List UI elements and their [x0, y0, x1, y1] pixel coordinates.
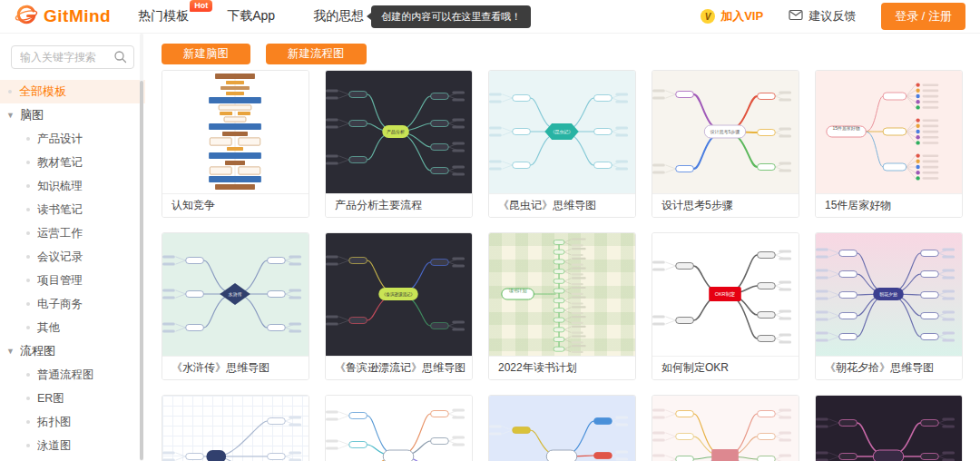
main-nav: 热门模板 Hot 下载App 我的思想 创建的内容可以在这里查看哦！ [138, 5, 531, 28]
create-actions: 新建脑图 新建流程图 [162, 44, 980, 64]
sidebar-item-1-4[interactable]: 类图 [0, 457, 145, 461]
search-icon[interactable] [113, 50, 127, 67]
template-thumbnail [652, 396, 799, 461]
tooltip-arrow-icon [367, 13, 371, 20]
template-thumbnail: 《昆虫记》 [489, 71, 635, 193]
new-flowchart-button[interactable]: 新建流程图 [266, 44, 367, 64]
chevron-down-icon: ▼ [6, 347, 15, 356]
new-mindmap-button[interactable]: 新建脑图 [162, 44, 250, 64]
sidebar-item-0-8[interactable]: 其他 [0, 316, 145, 339]
bullet-dot [26, 420, 30, 424]
template-card-title: 15件居家好物 [816, 193, 962, 217]
template-card[interactable]: 《昆虫记》《昆虫记》思维导图 [488, 70, 636, 218]
bullet-dot [26, 397, 30, 400]
sidebar-item-1-1[interactable]: ER图 [0, 387, 145, 410]
hot-badge: Hot [190, 0, 212, 12]
sidebar-item-0-0[interactable]: 产品设计 [0, 127, 145, 151]
template-thumbnail: 朝花夕拾 [816, 233, 962, 356]
svg-text:水浒传: 水浒传 [229, 291, 242, 298]
sidebar-item-0-4[interactable]: 运营工作 [0, 221, 145, 245]
sidebar-item-0-2[interactable]: 知识梳理 [0, 174, 145, 198]
vip-icon: V [701, 9, 715, 24]
feedback-link[interactable]: 建议反馈 [789, 8, 856, 25]
nav-my-mindmaps[interactable]: 我的思想 [313, 8, 364, 25]
chevron-down-icon: ▼ [6, 111, 15, 120]
login-register-button[interactable]: 登录 / 注册 [881, 3, 965, 30]
search-box [11, 45, 134, 69]
template-card[interactable]: 设计思考5步骤设计思考5步骤 [652, 70, 799, 218]
bullet-dot [26, 302, 30, 306]
template-card-title: 如何制定OKR [652, 356, 799, 379]
sidebar-group-0[interactable]: ▼脑图 [0, 103, 145, 127]
sidebar-item-0-7[interactable]: 电子商务 [0, 292, 145, 316]
bullet-dot [26, 184, 30, 188]
sidebar-scrollbar-thumb[interactable] [140, 81, 143, 460]
gitmind-logo-icon [15, 3, 38, 30]
template-card-title: 《鲁滨逊漂流记》思维导图 [326, 356, 472, 379]
template-card-title: 2022年读书计划 [489, 356, 635, 379]
gitmind-template-page: GitMind 热门模板 Hot 下载App 我的思想 创建的内容可以在这里查看… [0, 0, 980, 461]
template-card-title: 《水浒传》思维导图 [162, 356, 309, 379]
svg-text:朝花夕拾: 朝花夕拾 [879, 291, 897, 298]
template-card[interactable] [325, 395, 473, 461]
template-card[interactable] [815, 395, 963, 461]
bullet-dot [26, 208, 30, 211]
svg-text:《昆虫记》: 《昆虫记》 [551, 129, 573, 135]
template-card[interactable]: 读书计划2022年读书计划 [488, 232, 636, 380]
template-card[interactable]: 《鲁滨逊漂流记》《鲁滨逊漂流记》思维导图 [325, 232, 473, 380]
svg-text:15件居家好物: 15件居家好物 [833, 125, 860, 132]
template-thumbnail: 15件居家好物 [816, 71, 962, 193]
template-thumbnail: 《鲁滨逊漂流记》 [326, 233, 472, 356]
template-card[interactable]: 产品分析产品分析主要流程 [325, 70, 473, 218]
bullet-dot [26, 373, 30, 377]
template-card[interactable]: 认知竞争 [162, 70, 309, 218]
template-card[interactable]: 15件居家好物15件居家好物 [815, 70, 963, 218]
template-thumbnail: 设计思考5步骤 [652, 71, 799, 193]
header: GitMind 热门模板 Hot 下载App 我的思想 创建的内容可以在这里查看… [0, 0, 980, 34]
sidebar-item-all-templates[interactable]: 全部模板 [0, 80, 145, 103]
template-card[interactable] [162, 395, 309, 461]
bullet-dot [26, 444, 30, 447]
sidebar-item-0-6[interactable]: 项目管理 [0, 269, 145, 292]
join-vip-link[interactable]: V 加入VIP [701, 8, 763, 25]
sidebar-item-0-3[interactable]: 读书笔记 [0, 198, 145, 221]
template-card-title: 产品分析主要流程 [326, 193, 472, 217]
svg-text:读书计划: 读书计划 [509, 288, 527, 293]
template-thumbnail: 水浒传 [162, 233, 309, 356]
sidebar-group-1[interactable]: ▼流程图 [0, 339, 145, 363]
bullet-dot [26, 231, 30, 235]
sidebar-item-0-5[interactable]: 会议记录 [0, 245, 145, 269]
template-card[interactable] [652, 395, 799, 461]
template-card[interactable]: 朝花夕拾《朝花夕拾》思维导图 [815, 232, 963, 380]
gitmind-logo[interactable]: GitMind [15, 3, 111, 30]
sidebar-item-1-3[interactable]: 泳道图 [0, 434, 145, 457]
bullet-dot [26, 279, 30, 282]
template-thumbnail: 读书计划 [489, 233, 635, 356]
template-card[interactable] [488, 395, 636, 461]
logo-text: GitMind [44, 6, 111, 26]
template-card-title: 《昆虫记》思维导图 [489, 193, 635, 217]
envelope-icon [789, 9, 803, 24]
header-right: V 加入VIP 建议反馈 登录 / 注册 [701, 3, 965, 30]
template-card-title: 《朝花夕拾》思维导图 [816, 356, 962, 379]
sidebar-item-0-1[interactable]: 教材笔记 [0, 151, 145, 174]
sidebar-item-1-0[interactable]: 普通流程图 [0, 363, 145, 387]
template-grid: 认知竞争产品分析产品分析主要流程《昆虫记》《昆虫记》思维导图设计思考5步骤设计思… [162, 70, 980, 461]
bullet-dot [26, 137, 30, 141]
sidebar: 全部模板▼脑图产品设计教材笔记知识梳理读书笔记运营工作会议记录项目管理电子商务其… [0, 34, 145, 461]
nav-hot-templates[interactable]: 热门模板 Hot [138, 8, 189, 25]
bullet-dot [26, 255, 30, 259]
template-thumbnail [162, 396, 309, 461]
nav-download-app[interactable]: 下载App [227, 8, 275, 25]
category-list: 全部模板▼脑图产品设计教材笔记知识梳理读书笔记运营工作会议记录项目管理电子商务其… [0, 80, 145, 461]
template-thumbnail [489, 396, 635, 461]
template-thumbnail: OKR制定 [652, 233, 799, 356]
svg-text:《鲁滨逊漂流记》: 《鲁滨逊漂流记》 [382, 291, 415, 298]
template-card[interactable]: 水浒传《水浒传》思维导图 [162, 232, 309, 380]
svg-text:OKR制定: OKR制定 [715, 291, 736, 298]
bullet-dot [26, 326, 30, 329]
sidebar-item-1-2[interactable]: 拓扑图 [0, 410, 145, 434]
template-card[interactable]: OKR制定如何制定OKR [652, 232, 799, 380]
template-thumbnail: 产品分析 [326, 71, 472, 193]
main-content: 新建脑图 新建流程图 认知竞争产品分析产品分析主要流程《昆虫记》《昆虫记》思维导… [145, 34, 980, 461]
